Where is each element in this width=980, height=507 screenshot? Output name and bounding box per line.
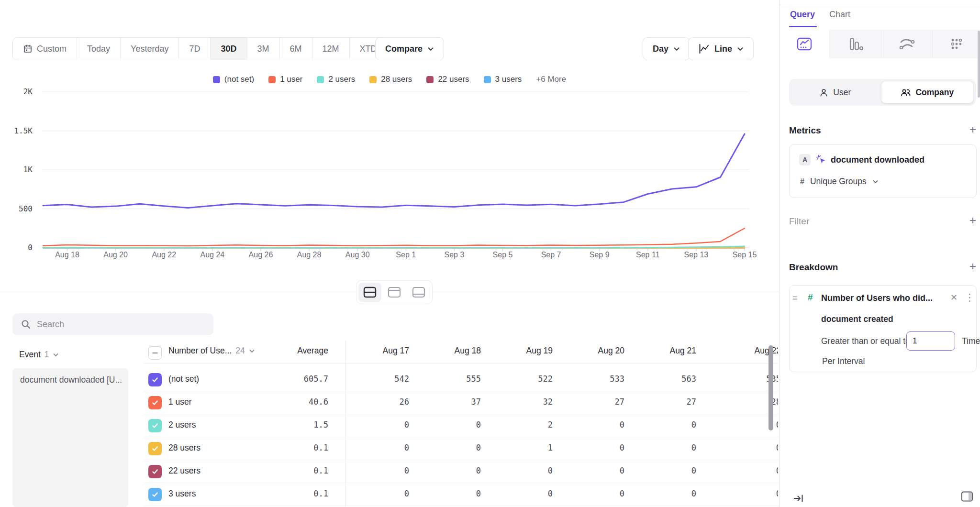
row-checkbox[interactable] [148, 396, 162, 409]
range-today-button[interactable]: Today [77, 38, 120, 60]
row-value: 0 [423, 443, 481, 452]
group-column-header[interactable]: Number of Use... 24 [168, 346, 255, 356]
row-label: 1 user [168, 397, 192, 407]
table-scrollbar[interactable] [768, 345, 773, 430]
breakdown-kebab-menu[interactable]: ⋮ [965, 292, 975, 302]
row-average: 605.7 [271, 374, 328, 384]
row-checkbox[interactable] [148, 373, 162, 386]
range-custom-button[interactable]: Custom [13, 38, 77, 60]
row-value: 0 [639, 420, 696, 430]
add-filter-button[interactable]: + [967, 215, 979, 227]
flow-chart-icon [899, 37, 915, 51]
x-tick-label: Aug 18 [45, 251, 89, 259]
row-average: 0.1 [271, 489, 328, 498]
row-checkbox[interactable] [148, 442, 162, 455]
row-value: 0 [352, 489, 409, 498]
check-icon [151, 422, 159, 430]
x-tick-label: Sep 7 [529, 251, 573, 259]
collapse-panel-button[interactable] [793, 493, 804, 506]
scope-company-option[interactable]: Company [881, 81, 974, 103]
chevron-down-icon [427, 47, 434, 51]
row-checkbox[interactable] [148, 465, 162, 478]
sidebar-toggle-icon [960, 490, 974, 503]
row-checkbox[interactable] [148, 419, 162, 432]
row-checkbox[interactable] [148, 488, 162, 501]
search-box [12, 313, 213, 335]
panel-scrollbar[interactable] [978, 31, 980, 98]
chart-type-bar-tab[interactable] [829, 30, 880, 58]
metric-aggregation-dropdown[interactable]: # Unique Groups [800, 176, 879, 187]
scope-user-option[interactable]: User [789, 79, 881, 106]
add-breakdown-button[interactable]: + [967, 261, 979, 273]
add-metric-button[interactable]: + [967, 124, 979, 136]
range-7d-button[interactable]: 7D [178, 38, 210, 60]
x-tick-label: Sep 1 [384, 251, 428, 259]
chart-type-matrix-tab[interactable] [932, 30, 980, 58]
series-line-2-users[interactable] [43, 246, 745, 248]
x-tick-label: Sep 15 [723, 251, 767, 259]
row-label: 22 users [168, 466, 200, 476]
row-value: 0 [724, 489, 778, 498]
chevron-down-icon [872, 180, 879, 184]
row-average: 0.1 [271, 466, 328, 475]
row-value: 0 [724, 466, 778, 475]
breakdown-unit-label: Times [962, 336, 980, 346]
event-column-header[interactable]: Event 1 [19, 350, 59, 360]
user-icon [819, 88, 828, 97]
breakdown-card[interactable]: ≡ # Number of Users who did... ✕ ⋮ docum… [789, 285, 977, 372]
row-value: 0 [495, 489, 553, 498]
range-12m-button[interactable]: 12M [312, 38, 349, 60]
row-value: 32 [495, 397, 553, 407]
close-icon[interactable]: ✕ [950, 292, 958, 303]
row-label: 28 users [168, 443, 200, 453]
range-3m-button[interactable]: 3M [247, 38, 279, 60]
check-icon [151, 376, 159, 384]
metrics-heading: Metrics [789, 125, 821, 136]
row-average: 1.5 [271, 420, 328, 430]
row-value: 0 [639, 489, 696, 498]
metric-event-name: document downloaded [831, 155, 924, 165]
breakdown-condition-label: Greater than or equal to [821, 336, 910, 346]
range-30d-button[interactable]: 30D [210, 38, 246, 60]
breakdown-title: Number of Users who did... [821, 293, 933, 303]
row-value: 26 [352, 397, 409, 407]
toggle-right-panel-button[interactable] [960, 490, 974, 505]
date-column-header: Aug 19 [495, 346, 553, 356]
x-tick-label: Sep 5 [480, 251, 524, 259]
row-value: 37 [423, 397, 481, 407]
breakdown-value-input[interactable] [906, 331, 955, 351]
range-yesterday-button[interactable]: Yesterday [120, 38, 178, 60]
row-value: 1 [495, 443, 553, 452]
metric-card[interactable]: A document downloaded ⋮ # Unique Groups [789, 144, 977, 198]
tab-chart[interactable]: Chart [829, 10, 850, 20]
compare-button[interactable]: Compare [375, 37, 444, 60]
tab-query[interactable]: Query [790, 10, 815, 20]
metric-kebab-menu[interactable]: ⋮ [976, 154, 980, 164]
hash-icon: # [800, 177, 804, 186]
chart-type-flow-tab[interactable] [881, 30, 932, 58]
select-all-checkbox[interactable] [148, 346, 162, 360]
row-value: 0 [567, 420, 624, 430]
chevron-down-icon [737, 47, 744, 51]
row-label: 2 users [168, 420, 196, 430]
x-tick-label: Aug 24 [190, 251, 234, 259]
scope-user-label: User [833, 88, 851, 98]
drag-handle-icon[interactable]: ≡ [792, 293, 798, 303]
interval-dropdown[interactable]: Day [643, 37, 690, 60]
chevron-down-icon [53, 353, 59, 357]
chart-style-dropdown[interactable]: Line [688, 37, 754, 60]
row-value: 0 [352, 443, 409, 452]
event-cell[interactable]: document downloaded [U... [12, 368, 128, 507]
search-input[interactable] [37, 320, 195, 330]
line-chart[interactable] [0, 67, 779, 268]
row-value: 0 [352, 420, 409, 430]
active-tab-underline [789, 26, 817, 27]
date-column-header: Aug 17 [352, 346, 409, 356]
date-column-header: Aug 18 [423, 346, 481, 356]
chart-type-line-tab[interactable] [780, 30, 829, 58]
range-6m-button[interactable]: 6M [279, 38, 312, 60]
series-line--not-set-[interactable] [43, 134, 745, 208]
series-line-1-user[interactable] [43, 228, 745, 246]
group-header-label: Number of Use... [168, 346, 232, 356]
interval-label: Day [653, 44, 668, 54]
